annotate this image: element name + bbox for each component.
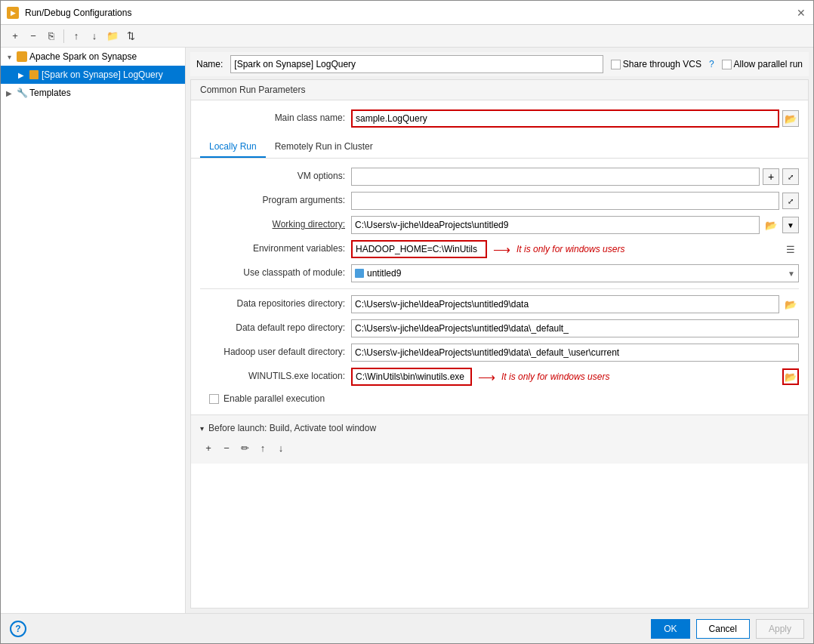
- classpath-field: untitled9 ▼: [351, 264, 799, 282]
- data-repo-input[interactable]: C:\Users\v-jiche\IdeaProjects\untitled9\…: [351, 295, 779, 313]
- close-button[interactable]: ✕: [795, 7, 807, 19]
- main-class-folder-btn[interactable]: 📂: [782, 110, 799, 127]
- before-launch-edit-btn[interactable]: ✏: [236, 439, 253, 456]
- vm-options-expand-btn2[interactable]: ⤢: [782, 168, 799, 185]
- data-repo-field: C:\Users\v-jiche\IdeaProjects\untitled9\…: [351, 295, 799, 313]
- classpath-dropdown-arrow: ▼: [788, 270, 795, 278]
- ok-button[interactable]: OK: [651, 619, 689, 639]
- program-args-field: ⤢: [351, 192, 799, 210]
- tab-remotely-run[interactable]: Remotely Run in Cluster: [266, 137, 382, 158]
- before-launch-section: ▾ Before launch: Build, Activate tool wi…: [191, 414, 808, 464]
- apply-button[interactable]: Apply: [756, 619, 804, 639]
- templates-icon: 🔧: [16, 87, 28, 99]
- program-args-expand-btn[interactable]: ⤢: [782, 193, 799, 209]
- data-repo-label: Data repositories directory:: [200, 295, 351, 309]
- winutils-label: WINUTILS.exe location:: [200, 368, 351, 381]
- tabs-bar: Locally Run Remotely Run in Cluster: [191, 137, 808, 159]
- move-down-button[interactable]: ↓: [86, 28, 103, 45]
- winutils-input[interactable]: C:\WinUtils\bin\winutils.exe: [351, 368, 472, 386]
- program-args-input[interactable]: [351, 192, 779, 210]
- hadoop-user-field: C:\Users\v-jiche\IdeaProjects\untitled9\…: [351, 344, 799, 362]
- vm-options-input[interactable]: [351, 168, 760, 186]
- winutils-row: WINUTILS.exe location: C:\WinUtils\bin\w…: [200, 365, 799, 389]
- tree-templates-arrow[interactable]: ▶: [4, 88, 14, 98]
- name-row: Name: [Spark on Synapse] LogQuery Share …: [190, 52, 809, 76]
- allow-parallel-label: Allow parallel run: [722, 59, 803, 69]
- data-default-field: C:\Users\v-jiche\IdeaProjects\untitled9\…: [351, 319, 799, 337]
- program-args-label: Program arguments:: [200, 192, 351, 205]
- tree-expand-arrow[interactable]: ▾: [4, 51, 14, 62]
- window-title: Run/Debug Configurations: [25, 8, 789, 18]
- tab-locally-run[interactable]: Locally Run: [200, 137, 266, 158]
- vm-options-field: + ⤢: [351, 168, 799, 186]
- parallel-exec-label: Enable parallel execution: [224, 393, 325, 404]
- add-config-button[interactable]: +: [7, 28, 23, 45]
- remove-config-button[interactable]: −: [25, 28, 42, 45]
- tree-root-label: Apache Spark on Synapse: [29, 51, 137, 62]
- env-vars-field: HADOOP_HOME=C:\WinUtils ⟶ It is only for…: [351, 240, 799, 258]
- vcs-help-icon[interactable]: ?: [709, 59, 714, 69]
- working-dir-label: Working directory:: [200, 216, 351, 230]
- app-icon: ▶: [7, 7, 19, 19]
- left-panel: ▾ Apache Spark on Synapse ▶ [Spark on Sy…: [1, 48, 186, 613]
- working-dir-expand-btn[interactable]: ▼: [782, 217, 799, 233]
- winutils-field: C:\WinUtils\bin\winutils.exe ⟶ It is onl…: [351, 368, 799, 386]
- main-class-input[interactable]: [351, 109, 779, 128]
- cancel-button[interactable]: Cancel: [696, 619, 750, 639]
- before-launch-toolbar: + − ✏ ↑ ↓: [200, 436, 799, 459]
- before-launch-arrow[interactable]: ▾: [200, 424, 204, 433]
- vm-options-expand-btn[interactable]: +: [763, 168, 779, 185]
- help-button[interactable]: ?: [10, 621, 26, 637]
- classpath-select[interactable]: untitled9 ▼: [351, 264, 799, 282]
- working-dir-field: C:\Users\v-jiche\IdeaProjects\untitled9 …: [351, 216, 799, 234]
- env-vars-arrow-icon: ⟶: [493, 242, 510, 257]
- parallel-exec-row: Enable parallel execution: [200, 389, 799, 408]
- main-class-field: 📂: [351, 109, 799, 128]
- name-label: Name:: [196, 59, 223, 69]
- config-body: Common Run Parameters Main class name: 📂: [190, 79, 809, 609]
- env-vars-row: Environment variables: HADOOP_HOME=C:\Wi…: [200, 237, 799, 261]
- hadoop-user-input[interactable]: C:\Users\v-jiche\IdeaProjects\untitled9\…: [351, 344, 799, 362]
- main-class-area: Main class name: 📂: [191, 100, 808, 137]
- move-up-button[interactable]: ↑: [68, 28, 85, 45]
- before-launch-add-btn[interactable]: +: [200, 439, 217, 456]
- parallel-exec-checkbox[interactable]: [209, 394, 219, 404]
- winutils-arrow-icon: ⟶: [478, 370, 495, 384]
- main-content: ▾ Apache Spark on Synapse ▶ [Spark on Sy…: [1, 48, 813, 613]
- footer: ? OK Cancel Apply: [1, 613, 813, 643]
- before-launch-up-btn[interactable]: ↑: [254, 439, 271, 456]
- data-default-label: Data default repo directory:: [200, 319, 351, 333]
- copy-config-button[interactable]: ⎘: [43, 28, 60, 45]
- program-args-row: Program arguments: ⤢: [200, 189, 799, 213]
- allow-parallel-checkbox[interactable]: [722, 60, 732, 69]
- share-vcs-checkbox[interactable]: [611, 60, 621, 69]
- tree-child-item[interactable]: ▶ [Spark on Synapse] LogQuery: [1, 66, 185, 84]
- before-launch-down-btn[interactable]: ↓: [273, 439, 289, 456]
- env-vars-edit-btn[interactable]: ☰: [782, 241, 799, 257]
- data-repo-folder-btn[interactable]: 📂: [782, 296, 799, 313]
- data-default-input[interactable]: C:\Users\v-jiche\IdeaProjects\untitled9\…: [351, 319, 799, 337]
- main-window: ▶ Run/Debug Configurations ✕ + − ⎘ ↑ ↓ 📁…: [0, 0, 814, 644]
- classpath-value: untitled9: [355, 268, 401, 279]
- data-repo-row: Data repositories directory: C:\Users\v-…: [200, 292, 799, 316]
- main-class-label: Main class name:: [200, 109, 351, 123]
- tree-templates-label: Templates: [29, 88, 71, 98]
- classpath-row: Use classpath of module: untitled9 ▼: [200, 261, 799, 285]
- tree-root-item[interactable]: ▾ Apache Spark on Synapse: [1, 48, 185, 66]
- share-vcs-label: Share through VCS: [611, 59, 701, 69]
- tree-templates-item[interactable]: ▶ 🔧 Templates: [1, 84, 185, 102]
- tree-child-label: [Spark on Synapse] LogQuery: [42, 69, 163, 80]
- title-bar: ▶ Run/Debug Configurations ✕: [1, 1, 813, 25]
- env-vars-note: It is only for windows users: [516, 244, 624, 254]
- spark-root-icon: [16, 51, 28, 63]
- name-input[interactable]: [Spark on Synapse] LogQuery: [230, 55, 603, 73]
- folder-button[interactable]: 📁: [104, 28, 121, 45]
- working-dir-input[interactable]: C:\Users\v-jiche\IdeaProjects\untitled9: [351, 216, 760, 234]
- before-launch-remove-btn[interactable]: −: [218, 439, 235, 456]
- before-launch-value: Before launch: Build, Activate tool wind…: [208, 423, 376, 433]
- sort-button[interactable]: ⇅: [122, 28, 139, 45]
- winutils-folder-btn[interactable]: 📂: [782, 368, 799, 385]
- env-vars-input[interactable]: HADOOP_HOME=C:\WinUtils: [351, 240, 487, 258]
- vm-options-row: VM options: + ⤢: [200, 165, 799, 189]
- working-dir-folder-btn[interactable]: 📂: [763, 217, 779, 233]
